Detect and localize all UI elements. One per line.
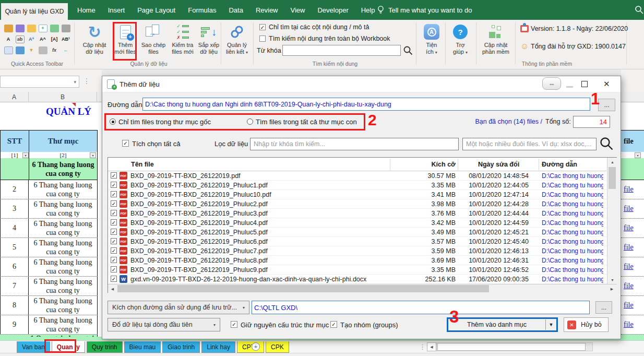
filter-dropdown-icon[interactable]: ▾	[635, 152, 641, 158]
save-path-dropdown[interactable]: Kích chọn đường dẫn sử dụng để lưu trữ..…	[108, 301, 249, 314]
update-software-button[interactable]: Cập nhậtphần mềm	[479, 22, 512, 61]
search-icon[interactable]	[599, 136, 614, 151]
filter-dropdown-icon[interactable]: ▾	[22, 152, 29, 158]
vscroll-thumb[interactable]	[609, 167, 616, 189]
create-groups-checkbox[interactable]: ✓	[330, 321, 337, 328]
col-header-date[interactable]: Ngày sửa đổi	[461, 158, 536, 171]
cell-folder[interactable]: 6 Thang bang luongcua cong ty	[29, 199, 98, 218]
cell-stt[interactable]: 4	[0, 219, 29, 238]
file-link[interactable]: file	[624, 301, 634, 310]
sheet-tab-cptv[interactable]: CPTV	[237, 341, 264, 353]
cell-stt[interactable]: 8	[0, 296, 29, 315]
add-to-catalog-button[interactable]: Thêm vào danh mục ▼	[447, 317, 558, 332]
new-file-icon[interactable]: +	[39, 25, 47, 32]
search-workbook-checkbox[interactable]	[259, 35, 266, 42]
row-checkbox[interactable]: ✓	[111, 257, 117, 263]
filter-extension-input[interactable]	[462, 138, 597, 150]
table-row[interactable]: ✓PDFBXD_09-2019-TT-BXD_26122019_Phuluc3.…	[108, 209, 607, 218]
table-row[interactable]: ✓PDFBXD_09-2019-TT-BXD_26122019_Phuluc5.…	[108, 228, 607, 237]
ribbon-tab-help[interactable]: Help	[361, 6, 375, 14]
sheet-tab-link-hay[interactable]: Link hay	[201, 341, 235, 353]
hscroll-left-arrow[interactable]: ◀	[427, 342, 436, 351]
new-sheet-button[interactable]: +	[252, 342, 260, 351]
superscript-icon[interactable]: Aª	[27, 35, 36, 43]
row-checkbox[interactable]: ✓	[111, 238, 117, 244]
sheet-tab-quy-trinh[interactable]: Quy trinh	[87, 341, 123, 353]
doc-search-icon[interactable]	[4, 46, 13, 54]
file-link[interactable]: file	[624, 185, 634, 194]
cell-stt[interactable]: 5	[0, 238, 29, 257]
table-row[interactable]: ✓PDFBXD_09-2019-TT-BXD_26122019_Phuluc2.…	[108, 199, 607, 209]
sheet-tab-van-ban[interactable]: Van ban	[17, 341, 50, 353]
row-checkbox[interactable]: ✓	[111, 219, 117, 226]
row-checkbox[interactable]: ✓	[111, 247, 117, 254]
table-row[interactable]: ✓PDFBXD_09-2019-TT-BXD_26122019_Phuluc1.…	[108, 181, 607, 190]
check-new-files-button[interactable]: ✓ ✓ ✗ Kiểm trafiles mới	[168, 22, 197, 61]
browse-save-button[interactable]: ...	[595, 301, 612, 314]
function-icon[interactable]: fx	[50, 46, 59, 54]
translate-icon[interactable]: AB¹	[62, 35, 70, 43]
vertical-scrollbar[interactable]: ▲ ▼	[607, 158, 617, 284]
group-cell-stt[interactable]	[0, 158, 29, 180]
cancel-button[interactable]: ✕ Hủy bỏ	[564, 317, 609, 332]
header-cell-stt[interactable]: STT	[0, 130, 29, 152]
font-size-icon[interactable]: A^	[39, 35, 47, 43]
back-icon[interactable]: ←	[62, 46, 70, 54]
cell-folder[interactable]: 6 Thang bang luongcua cong ty	[29, 296, 98, 315]
hscroll-thumb[interactable]	[437, 343, 586, 351]
utilities-button[interactable]: A Tiệních ▾	[421, 22, 443, 61]
cell-stt[interactable]: 3	[0, 199, 29, 218]
ribbon-tab-review[interactable]: Review	[256, 6, 278, 14]
ribbon-tab-page-layout[interactable]: Page Layout	[137, 6, 175, 14]
add-new-files-button[interactable]: + Thêmmới files	[113, 22, 137, 61]
keep-structure-checkbox[interactable]: ✓	[231, 321, 237, 328]
group-cell-folder[interactable]: 6 Thang bang luong cua cong ty	[29, 158, 98, 180]
autofit-icon[interactable]: [A]	[50, 35, 59, 43]
column-header-b[interactable]: B	[29, 92, 97, 102]
search-icon[interactable]	[635, 5, 644, 15]
row-checkbox[interactable]: ✓	[111, 276, 117, 282]
ribbon-tab-developer[interactable]: Developer	[317, 6, 348, 14]
ribbon-tab-quan-ly-tai-lieu-gxd[interactable]: Quản lý tài liệu GXD	[1, 3, 68, 20]
ribbon-tab-insert[interactable]: Insert	[108, 6, 125, 14]
row-checkbox[interactable]: ✓	[111, 200, 117, 207]
table-row[interactable]: ✓PDFBXD_09-2019-TT-BXD_26122019_Phuluc10…	[108, 190, 607, 199]
column-header-a[interactable]: A	[0, 92, 29, 102]
help-button[interactable]: ? Trợgiúp ▾	[448, 22, 473, 61]
tell-me-box[interactable]: Tell me what you want to do	[377, 0, 472, 20]
sort-data-button[interactable]: ↓ Sắp xếpdữ liệu	[197, 22, 221, 61]
search-icon[interactable]	[403, 45, 413, 55]
ribbon-tab-data[interactable]: Data	[229, 6, 243, 14]
scroll-right-arrow[interactable]: ▶	[607, 285, 616, 293]
sheet-tab-quan-ly[interactable]: Quan ly	[52, 341, 85, 353]
col-header-name[interactable]: Tên file	[131, 158, 154, 171]
radio-root-folder[interactable]	[110, 118, 116, 125]
table-row[interactable]: ✓PDFBXD_09-2019-TT-BXD_26122019.pdf30.57…	[108, 171, 607, 181]
ribbon-tab-home[interactable]: Home	[77, 6, 96, 14]
header-cell-folder[interactable]: Thư mục	[29, 130, 98, 152]
create-groups-label[interactable]: Tạo nhóm (groups)	[340, 321, 398, 329]
keep-structure-label[interactable]: Giữ nguyên cấu trúc thư mục	[241, 321, 329, 329]
file-link[interactable]: file	[624, 321, 634, 329]
file-link[interactable]: file	[624, 282, 634, 290]
sheet-tab-giao-trinh[interactable]: Giao trinh	[162, 341, 200, 353]
copy-files-button[interactable]: → Sao chépfiles	[139, 22, 168, 61]
sheet-tab-bieu-mau[interactable]: Bieu mau	[124, 341, 161, 353]
save-icon[interactable]	[16, 25, 25, 32]
total-count-box[interactable]: 14	[573, 116, 610, 128]
col-header-size[interactable]: Kích cỡ	[393, 158, 456, 171]
save-path-input[interactable]	[252, 301, 590, 314]
file-link[interactable]: file	[624, 243, 634, 252]
cell-folder[interactable]: 6 Thang bang luongcua cong ty	[29, 219, 98, 238]
filter-keyword-input[interactable]	[250, 138, 459, 150]
scroll-up-arrow[interactable]: ▲	[607, 158, 617, 166]
first-row-dropdown[interactable]: Đổ dữ liệu tại dòng đầu tiên ▾	[108, 318, 220, 331]
ribbon-tab-view[interactable]: View	[291, 6, 305, 14]
row-checkbox[interactable]: ✓	[111, 210, 117, 216]
row-checkbox[interactable]: ✓	[111, 172, 117, 179]
minimize-button[interactable]	[566, 86, 573, 88]
radio-root-label[interactable]: Chỉ tìm files trong thư mục gốc	[118, 118, 211, 126]
header-cell-file[interactable]: file	[621, 130, 644, 152]
cell-folder[interactable]: 6 Thang bang luongcua cong ty	[29, 180, 98, 199]
name-box[interactable]: ▾	[0, 76, 79, 88]
